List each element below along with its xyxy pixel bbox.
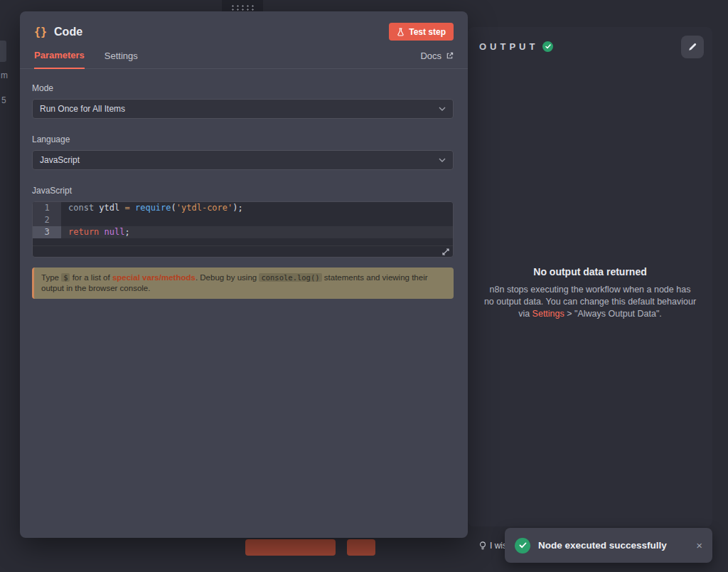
code-editor[interactable]: 123 const ytdl = require('ytdl-core');re…	[32, 201, 454, 258]
drag-dots-icon	[230, 4, 255, 11]
parameters-panel: Mode Run Once for All Items Language Jav…	[20, 69, 468, 299]
background-fragment: 5	[1, 95, 6, 105]
editor-hint-callout: Type $ for a list of special vars/method…	[32, 268, 454, 299]
output-empty-text: n8n stops executing the workflow when a …	[483, 284, 697, 320]
success-toast: Node executed successfully ×	[505, 528, 712, 563]
test-step-button[interactable]: Test step	[389, 23, 454, 41]
inline-code: console.log()	[259, 273, 321, 282]
code-line[interactable]	[61, 214, 453, 226]
inline-code: $	[61, 273, 70, 282]
background-button-dimmed	[245, 539, 336, 556]
toast-message: Node executed successfully	[538, 540, 667, 551]
background-button-dimmed	[347, 539, 375, 556]
line-number: 1	[33, 202, 61, 214]
language-value: JavaScript	[40, 155, 80, 165]
flask-icon	[397, 28, 405, 36]
external-link-icon	[446, 52, 454, 60]
javascript-label: JavaScript	[32, 186, 454, 196]
output-panel-title: OUTPUT	[479, 41, 538, 52]
success-check-icon	[542, 41, 553, 52]
code-line[interactable]: return null;	[61, 226, 453, 238]
output-header: OUTPUT	[468, 27, 712, 52]
ai-prompt-fragment: I wis	[479, 541, 507, 551]
line-number: 3	[33, 226, 61, 238]
language-select[interactable]: JavaScript	[32, 150, 454, 170]
code-node-icon: {}	[34, 26, 47, 38]
output-empty-state: No output data returned n8n stops execut…	[468, 266, 712, 320]
edit-output-button[interactable]	[681, 36, 704, 58]
code-node-dialog: {} Code Test step Parameters Settings Do…	[20, 11, 468, 538]
background-fragment: m	[1, 70, 8, 80]
mode-select[interactable]: Run Once for All Items	[32, 99, 454, 119]
language-label: Language	[32, 134, 454, 144]
tab-parameters[interactable]: Parameters	[34, 50, 85, 69]
toast-close-button[interactable]: ×	[696, 539, 702, 551]
chevron-down-icon	[439, 158, 446, 162]
hint-text: Type $ for a list of special vars/method…	[41, 273, 428, 292]
output-panel: OUTPUT No output data returned n8n stops…	[468, 27, 712, 526]
docs-label: Docs	[420, 51, 441, 61]
test-step-label: Test step	[409, 27, 446, 37]
chevron-down-icon	[439, 107, 446, 111]
line-number: 2	[33, 214, 61, 226]
dialog-tabs: Parameters Settings Docs	[20, 45, 468, 69]
special-vars-link[interactable]: special vars/methods	[112, 273, 196, 282]
expand-editor-icon[interactable]	[442, 248, 449, 255]
code-gutter: 123	[33, 202, 61, 245]
mode-value: Run Once for All Items	[40, 104, 125, 114]
code-editor-scroll: 123 const ytdl = require('ytdl-core');re…	[33, 202, 453, 245]
output-empty-title: No output data returned	[468, 266, 712, 277]
settings-link[interactable]: Settings	[532, 309, 564, 319]
editor-footer	[33, 245, 453, 258]
code-line[interactable]: const ytdl = require('ytdl-core');	[61, 202, 453, 214]
background-node-fragment	[0, 41, 6, 62]
dialog-header: {} Code Test step	[20, 11, 468, 41]
mode-label: Mode	[32, 83, 454, 93]
code-lines: const ytdl = require('ytdl-core');return…	[61, 202, 453, 245]
toast-success-icon	[515, 538, 530, 554]
app-window: m 5 {} Code Test step Parameters Setting…	[0, 0, 728, 572]
tab-settings[interactable]: Settings	[105, 51, 138, 68]
lightbulb-icon	[479, 541, 486, 551]
pencil-icon	[687, 42, 697, 52]
dialog-title: Code	[54, 26, 82, 38]
docs-link[interactable]: Docs	[420, 51, 454, 68]
